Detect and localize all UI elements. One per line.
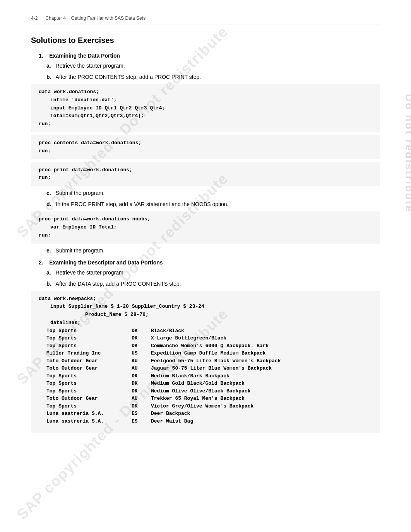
code-line: run; xyxy=(39,232,372,240)
table-row: Top Sports DK Medium Gold Black/Gold Bac… xyxy=(46,380,365,387)
table-row: Top Sports DK Medium Black/Bark Backpack xyxy=(46,372,365,380)
cell-country: DK xyxy=(132,380,151,387)
cell-supplier: Top Sports xyxy=(46,342,132,350)
cell-supplier: Top Sports xyxy=(46,372,132,380)
exercise-1-sub-a: a. Retrieve the starter program. xyxy=(46,62,380,70)
cell-country: DK xyxy=(132,372,151,380)
exercise-1-sub-list-3: e. Submit the program. xyxy=(46,247,380,255)
sub-d-label: d. xyxy=(46,201,51,207)
cell-product: X-Large Bottlegreen/Black xyxy=(151,334,365,342)
code-line: proc print data=work.donations; xyxy=(39,166,372,174)
sub2-a-text: Retrieve the starter program. xyxy=(56,269,125,276)
sub-c-label: c. xyxy=(46,190,51,196)
cell-country: US xyxy=(132,350,151,357)
cell-product: Jaguar 50-75 Liter Blue Women's Backpack xyxy=(151,365,365,372)
exercise-2-num: 2. xyxy=(39,259,43,266)
cell-supplier: Top Sports xyxy=(46,402,132,410)
exercise-2-label: Examining the Descriptor and Data Portio… xyxy=(49,259,163,266)
table-row: Toto Outdoor Gear AU Feelgood 55-75 Litr… xyxy=(46,357,365,365)
cell-supplier: Luna sastreria S.A. xyxy=(46,410,132,418)
cell-product: Feelgood 55-75 Litre Black Women's Backp… xyxy=(151,357,365,365)
exercise-2-sub-list: a. Retrieve the starter program. b. Afte… xyxy=(46,269,380,288)
data-table: Top Sports DK Black/Black Top Sports DK … xyxy=(39,327,372,429)
code-line: run; xyxy=(39,174,372,182)
exercise-1-label: Examining the Data Portion xyxy=(49,53,120,59)
cell-country: DK xyxy=(132,334,151,342)
table-row: Luna sastreria S.A. ES Deer Waist Bag xyxy=(46,418,365,425)
cell-supplier: Toto Outdoor Gear xyxy=(46,365,132,372)
table-row: Top Sports DK Medium Olive Olive/Black B… xyxy=(46,387,365,395)
exercise-1-sub-b: b. After the PROC CONTENTS step, add a P… xyxy=(46,73,380,81)
sub-e-label: e. xyxy=(46,247,51,254)
exercise-1-sub-list-2: c. Submit the program. d. In the PROC PR… xyxy=(46,189,380,208)
code-block-1: data work.donations; infile 'donation.da… xyxy=(31,84,380,132)
code-block-4: proc print data=work.donations noobs; va… xyxy=(31,211,380,243)
cell-supplier: Top Sports xyxy=(46,334,132,342)
code-line: data work.newpacks; xyxy=(39,295,372,303)
cell-supplier: Top Sports xyxy=(46,327,132,335)
code-line: data work.donations; xyxy=(39,88,372,96)
cell-product: Deer Backpack xyxy=(151,410,365,418)
sub2-a-label: a. xyxy=(46,269,51,276)
exercise-2-sub-a: a. Retrieve the starter program. xyxy=(46,269,380,277)
page-container: Do not redistribute SAP copyrighted - Do… xyxy=(0,0,411,532)
table-row: Miller Trading Inc US Expedition Camp Du… xyxy=(46,350,365,357)
code-line: proc print data=work.donations noobs; xyxy=(39,215,372,223)
sub2-b-text: After the DATA step, add a PROC CONTENTS… xyxy=(56,281,181,287)
cell-product: Deer Waist Bag xyxy=(151,418,365,425)
code-line: input Supplier_Name $ 1-20 Supplier_Coun… xyxy=(39,303,372,311)
exercise-1-sub-list: a. Retrieve the starter program. b. Afte… xyxy=(46,62,380,81)
code-line: infile 'donation.dat'; xyxy=(39,96,372,104)
cell-supplier: Top Sports xyxy=(46,387,132,395)
cell-country: AU xyxy=(132,357,151,365)
table-row: Top Sports DK Victor Grey/Olive Women's … xyxy=(46,402,365,410)
page-header: 4-2 Chapter 4 Getting Familiar with SAS … xyxy=(31,15,380,24)
exercise-2-sub-b: b. After the DATA step, add a PROC CONTE… xyxy=(46,280,380,288)
exercise-1-num: 1. xyxy=(39,53,43,59)
exercise-1-sub-d: d. In the PROC PRINT step, add a VAR sta… xyxy=(46,200,380,208)
cell-product: Black/Black xyxy=(151,327,365,335)
code-line: Product_Name $ 28-70; xyxy=(39,311,372,319)
cell-country: DK xyxy=(132,387,151,395)
cell-product: Medium Black/Bark Backpack xyxy=(151,372,365,380)
cell-supplier: Luna sastreria S.A. xyxy=(46,418,132,425)
code-line: var Employee_ID Total; xyxy=(39,223,372,232)
code-line: Total=sum(Qtr1,Qtr2,Qtr3,Qtr4); xyxy=(39,112,372,120)
sub-b-label: b. xyxy=(46,74,51,80)
table-row: Top Sports DK Commanche Women's 6000 Q B… xyxy=(46,342,365,350)
cell-product: Medium Gold Black/Gold Backpack xyxy=(151,380,365,387)
cell-country: ES xyxy=(132,410,151,418)
table-row: Toto Outdoor Gear AU Jaguar 50-75 Liter … xyxy=(46,365,365,372)
exercise-2-heading: 2. Examining the Descriptor and Data Por… xyxy=(39,259,380,266)
chapter-title: Getting Familiar with SAS Data Sets xyxy=(71,15,146,21)
code-line: input Employee_ID Qtr1 Qtr2 Qtr3 Qtr4; xyxy=(39,104,372,113)
code-block-3: proc print data=work.donations; run; xyxy=(31,162,380,186)
code-block-5: data work.newpacks; input Supplier_Name … xyxy=(31,291,380,433)
cell-country: DK xyxy=(132,327,151,335)
cell-country: DK xyxy=(132,342,151,350)
cell-supplier: Miller Trading Inc xyxy=(46,350,132,357)
cell-product: Expedition Camp Duffle Medium Backpack xyxy=(151,350,365,357)
cell-product: Victor Grey/Olive Women's Backpack xyxy=(151,402,365,410)
cell-supplier: Toto Outdoor Gear xyxy=(46,395,132,402)
sub-c-text: Submit the program. xyxy=(56,190,105,196)
sub-e-text: Submit the program. xyxy=(56,247,105,254)
chapter-label: Chapter 4 xyxy=(45,15,66,21)
cell-product: Medium Olive Olive/Black Backpack xyxy=(151,387,365,395)
sub-d-text: In the PROC PRINT step, add a VAR statem… xyxy=(56,201,228,207)
table-row: Toto Outdoor Gear AU Trekker 65 Royal Me… xyxy=(46,395,365,402)
cell-country: AU xyxy=(132,365,151,372)
table-row: Luna sastreria S.A. ES Deer Backpack xyxy=(46,410,365,418)
exercise-2: 2. Examining the Descriptor and Data Por… xyxy=(31,259,380,433)
sub-b-text: After the PROC CONTENTS step, add a PROC… xyxy=(56,74,201,80)
watermark-right: Do not redistribute xyxy=(403,94,411,213)
exercise-1: 1. Examining the Data Portion a. Retriev… xyxy=(31,53,380,255)
table-row: Top Sports DK X-Large Bottlegreen/Black xyxy=(46,334,365,342)
exercise-1-heading: 1. Examining the Data Portion xyxy=(39,53,380,59)
sub2-b-label: b. xyxy=(46,281,51,287)
cell-country: DK xyxy=(132,402,151,410)
section-title: Solutions to Exercises xyxy=(31,36,380,45)
table-row: Top Sports DK Black/Black xyxy=(46,327,365,335)
cell-supplier: Toto Outdoor Gear xyxy=(46,357,132,365)
code-line: datalines; xyxy=(39,319,372,327)
